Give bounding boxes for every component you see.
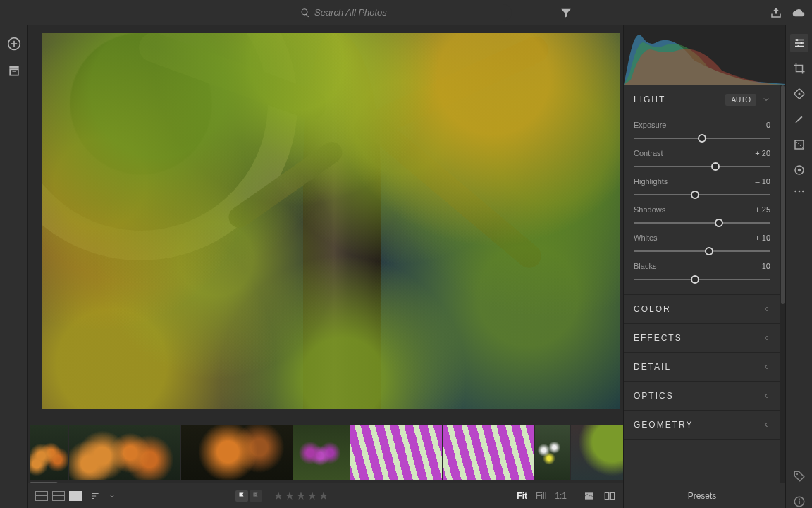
filter-button[interactable]: [560, 0, 572, 25]
tag-icon[interactable]: [793, 470, 806, 483]
crop-icon[interactable]: [793, 62, 806, 75]
star-icon[interactable]: [285, 491, 295, 501]
slider-shadows[interactable]: Shadows+ 25: [634, 205, 770, 228]
slider-track[interactable]: [634, 274, 770, 284]
section-title: GEOMETRY: [634, 420, 762, 430]
single-view-button[interactable]: [69, 491, 82, 501]
thumbnail[interactable]: [443, 425, 534, 480]
grid-small-view-button[interactable]: [35, 491, 48, 501]
share-icon[interactable]: [770, 6, 782, 19]
brush-icon[interactable]: [793, 113, 806, 126]
slider-knob[interactable]: [691, 275, 699, 284]
add-photos-icon[interactable]: [7, 37, 21, 51]
thumbnail[interactable]: [181, 425, 293, 480]
compare-icon[interactable]: [603, 490, 616, 502]
chevron-left-icon: [762, 334, 770, 342]
svg-rect-3: [12, 71, 16, 72]
info-icon[interactable]: [793, 495, 806, 508]
histogram-graph: [624, 25, 785, 85]
star-icon[interactable]: [273, 491, 283, 501]
chevron-down-icon[interactable]: [109, 492, 116, 500]
section-optics: OPTICS: [624, 382, 780, 411]
healing-icon[interactable]: [793, 87, 806, 100]
svg-rect-21: [799, 499, 800, 500]
filmstrip: [28, 425, 623, 481]
slider-knob[interactable]: [711, 162, 720, 171]
grid-large-view-button[interactable]: [52, 491, 65, 501]
slider-highlights[interactable]: Highlights– 10: [634, 177, 770, 200]
flag-pick-button[interactable]: [235, 490, 248, 502]
more-icon[interactable]: [794, 189, 805, 193]
search-field[interactable]: [300, 4, 512, 21]
thumbnail[interactable]: [69, 425, 180, 480]
svg-point-15: [794, 190, 796, 193]
zoom-1to1[interactable]: 1:1: [555, 491, 567, 501]
slider-knob[interactable]: [715, 219, 723, 227]
slider-knob[interactable]: [691, 190, 699, 199]
section-title: EFFECTS: [634, 333, 762, 343]
cloud-icon[interactable]: [792, 6, 805, 19]
svg-rect-5: [605, 492, 608, 499]
zoom-fit[interactable]: Fit: [517, 491, 527, 501]
edit-tool[interactable]: [790, 34, 808, 52]
slider-contrast[interactable]: Contrast+ 20: [634, 149, 770, 171]
section-light: LIGHT AUTO Exposure0Contrast+ 20Highligh…: [624, 85, 780, 295]
linear-gradient-icon[interactable]: [793, 138, 806, 151]
search-input[interactable]: [314, 7, 512, 18]
sort-icon[interactable]: [89, 491, 102, 501]
slider-whites[interactable]: Whites+ 10: [634, 234, 770, 256]
flag-reject-button[interactable]: [250, 490, 262, 502]
thumbnail[interactable]: [535, 425, 570, 480]
slider-track[interactable]: [634, 133, 770, 143]
slider-knob[interactable]: [705, 247, 713, 255]
section-header[interactable]: EFFECTS: [624, 324, 780, 352]
svg-point-18: [796, 473, 797, 475]
archive-icon[interactable]: [7, 64, 21, 78]
section-header[interactable]: OPTICS: [624, 382, 780, 410]
thumbnail[interactable]: [350, 425, 442, 480]
histogram[interactable]: [624, 25, 785, 85]
section-header-light[interactable]: LIGHT AUTO: [624, 85, 780, 114]
flag-x-icon: [252, 492, 260, 500]
sliders-icon: [793, 37, 806, 49]
slider-blacks[interactable]: Blacks– 10: [634, 262, 770, 284]
svg-rect-1: [9, 66, 18, 68]
slider-exposure[interactable]: Exposure0: [634, 121, 770, 143]
section-header[interactable]: GEOMETRY: [624, 411, 780, 439]
section-header[interactable]: DETAIL: [624, 353, 780, 381]
slider-track[interactable]: [634, 218, 770, 228]
star-icon[interactable]: [319, 491, 328, 501]
zoom-fill[interactable]: Fill: [536, 491, 546, 501]
slider-value: – 10: [756, 177, 770, 186]
slider-track[interactable]: [634, 162, 770, 171]
section-header[interactable]: COLOR: [624, 295, 780, 323]
svg-point-17: [802, 190, 804, 193]
svg-rect-6: [610, 492, 614, 499]
presets-button[interactable]: Presets: [624, 483, 780, 508]
slider-track[interactable]: [634, 190, 770, 200]
slider-knob[interactable]: [698, 134, 706, 143]
slider-label: Highlights: [634, 177, 668, 186]
chevron-left-icon: [762, 305, 770, 313]
chevron-down-icon: [762, 95, 770, 104]
auto-button[interactable]: AUTO: [725, 94, 756, 106]
image-detail: [42, 33, 620, 409]
section-title: DETAIL: [634, 362, 762, 372]
slider-value: + 25: [755, 205, 770, 214]
star-icon[interactable]: [296, 491, 306, 501]
slider-track[interactable]: [634, 246, 770, 256]
section-title: LIGHT: [634, 95, 725, 104]
right-tool-rail: [785, 25, 812, 508]
svg-rect-2: [10, 69, 18, 75]
thumbnail[interactable]: [30, 425, 68, 480]
panel-scrollbar[interactable]: [780, 85, 785, 483]
section-detail: DETAIL: [624, 353, 780, 382]
star-icon[interactable]: [307, 491, 317, 501]
main-image-canvas[interactable]: [42, 33, 620, 409]
show-original-icon[interactable]: [584, 490, 595, 502]
star-rating[interactable]: [273, 491, 328, 501]
slider-label: Exposure: [634, 121, 666, 129]
thumbnail[interactable]: [293, 425, 350, 480]
radial-gradient-icon[interactable]: [793, 164, 806, 176]
section-title: OPTICS: [634, 391, 762, 401]
